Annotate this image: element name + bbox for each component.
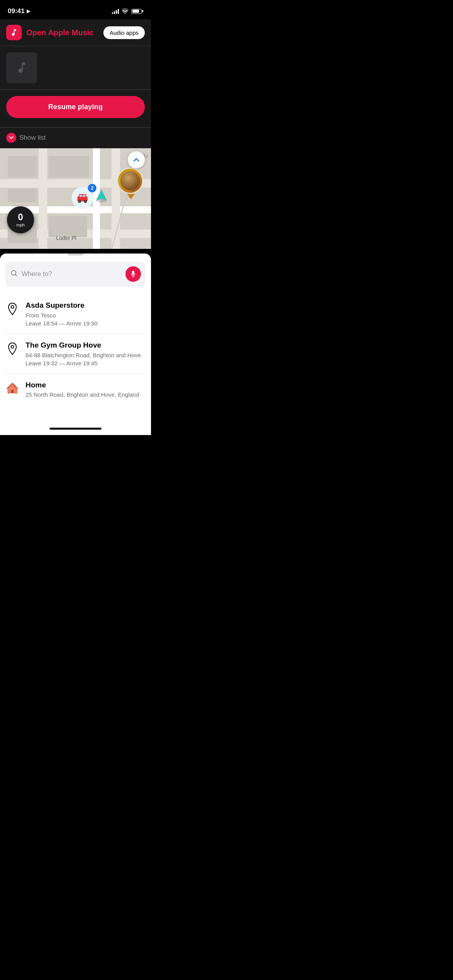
- home-icon: [5, 382, 19, 396]
- destination-name: Asda Superstore: [26, 301, 146, 310]
- speed-unit: mph: [16, 223, 24, 227]
- music-player-section: Resume playing Show list: [0, 46, 151, 148]
- traffic-cluster[interactable]: 2: [72, 187, 93, 209]
- sheet-handle: [68, 254, 83, 255]
- microphone-icon: [130, 271, 137, 278]
- open-apple-music-label[interactable]: Open Apple Music: [26, 28, 94, 37]
- destination-name-home: Home: [26, 381, 146, 390]
- speed-value: 0: [18, 212, 23, 222]
- time-display: 09:41: [8, 7, 24, 15]
- svg-rect-2: [79, 195, 82, 197]
- status-time: 09:41 ▶: [8, 7, 30, 15]
- location-label: Loder Pl: [56, 235, 76, 241]
- destination-info-gym: The Gym Group Hove 84-88 Blatchington Ro…: [26, 341, 146, 367]
- audio-apps-button[interactable]: Audio apps: [103, 26, 145, 39]
- destination-item-home[interactable]: Home 25 North Road, Brighton and Hove, E…: [5, 374, 146, 407]
- chevron-up-icon: [132, 156, 140, 164]
- destination-item-asda[interactable]: Asda Superstore From Tesco Leave 18:54 —…: [5, 294, 146, 334]
- show-list-row[interactable]: Show list: [6, 127, 145, 148]
- expand-map-button[interactable]: [128, 151, 145, 168]
- signal-strength-icon: [112, 9, 119, 14]
- resume-playing-button[interactable]: Resume playing: [6, 96, 145, 118]
- home-bar: [50, 428, 101, 430]
- map-view[interactable]: Ba Rd Loder Pl 0 mph 2: [0, 148, 151, 249]
- music-banner-left: Open Apple Music: [6, 25, 94, 40]
- svg-rect-3: [83, 195, 86, 197]
- destinations-list: Asda Superstore From Tesco Leave 18:54 —…: [0, 294, 151, 406]
- svg-point-13: [11, 345, 14, 348]
- apple-music-banner[interactable]: Open Apple Music Audio apps: [0, 19, 151, 46]
- destination-pin-icon-gym: [5, 342, 19, 356]
- destination-pin-icon: [5, 302, 19, 316]
- bottom-sheet: Where to? Asda Superstore From Tesco Lea…: [0, 254, 151, 422]
- wifi-icon: [122, 8, 129, 15]
- cluster-count-badge: 2: [88, 184, 96, 192]
- search-placeholder[interactable]: Where to?: [22, 270, 122, 278]
- voice-search-button[interactable]: [125, 266, 141, 282]
- music-note-icon: [10, 28, 18, 37]
- destination-info-home: Home 25 North Road, Brighton and Hove, E…: [26, 381, 146, 400]
- svg-point-6: [79, 201, 81, 202]
- destination-times: Leave 18:54 — Arrive 19:30: [26, 320, 146, 327]
- album-artwork: [6, 52, 37, 83]
- destination-times-gym: Leave 19:32 — Arrive 19:45: [26, 360, 146, 367]
- show-list-label: Show list: [19, 134, 46, 142]
- status-bar: 09:41 ▶: [0, 0, 151, 19]
- search-icon: [10, 269, 18, 279]
- destination-item-gym[interactable]: The Gym Group Hove 84-88 Blatchington Ro…: [5, 334, 146, 374]
- destination-subtitle-home: 25 North Road, Brighton and Hove, Englan…: [26, 391, 146, 399]
- home-indicator: [0, 422, 151, 435]
- user-avatar-pin: [117, 168, 145, 199]
- apple-music-icon: [6, 25, 22, 40]
- svg-point-12: [11, 306, 14, 308]
- search-bar[interactable]: Where to?: [5, 262, 146, 286]
- speed-indicator: 0 mph: [7, 206, 34, 233]
- show-list-chevron-icon: [6, 133, 16, 143]
- pin-pointer: [127, 194, 135, 199]
- svg-point-7: [85, 201, 86, 202]
- svg-rect-14: [11, 390, 14, 393]
- battery-icon: [131, 9, 143, 14]
- location-arrow-icon: ▶: [27, 9, 30, 14]
- destination-name-gym: The Gym Group Hove: [26, 341, 146, 350]
- destination-subtitle: From Tesco: [26, 311, 146, 319]
- music-artwork-icon: [15, 61, 29, 75]
- destination-info: Asda Superstore From Tesco Leave 18:54 —…: [26, 301, 146, 327]
- destination-subtitle-gym: 84-88 Blatchington Road, Brighton and Ho…: [26, 351, 146, 359]
- svg-rect-15: [14, 385, 15, 387]
- status-right-icons: [112, 8, 143, 15]
- svg-line-11: [15, 275, 17, 276]
- avatar-image: [117, 168, 143, 194]
